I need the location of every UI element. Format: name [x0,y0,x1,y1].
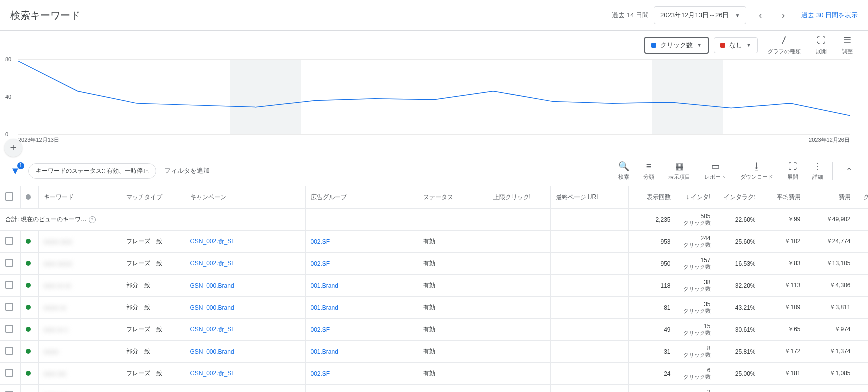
adgroup-link[interactable]: 002.SF [311,238,330,245]
select-all-checkbox[interactable] [5,192,13,201]
col-adgroup[interactable]: 広告グループ [305,186,418,209]
totals-avg: ￥99 [761,209,806,231]
columns-button[interactable]: ▦表示項目 [661,161,697,181]
row-keyword[interactable]: xxxx xx x [38,319,121,341]
campaign-link[interactable]: GSN_002.食_SF [190,370,235,377]
row-campaign[interactable]: GSN_000.Brand [185,341,305,363]
chart-adjust-button[interactable]: ☰ 調整 [837,35,858,55]
campaign-link[interactable]: GSN_000.Brand [190,282,234,289]
add-button[interactable]: + [4,139,22,157]
row-checkbox[interactable] [5,259,13,267]
row-checkbox-cell[interactable] [0,275,20,297]
col-interaction-rate[interactable]: インタラク: [716,186,761,209]
row-adgroup[interactable]: 002.SF [305,385,418,393]
row-checkbox-cell[interactable] [0,363,20,385]
prev-period-button[interactable]: ‹ [751,6,769,24]
row-campaign[interactable]: GSN_002.食_SF [185,231,305,253]
row-adgroup[interactable]: 001.Brand [305,297,418,319]
adgroup-link[interactable]: 002.SF [311,326,330,333]
row-adgroup[interactable]: 001.Brand [305,275,418,297]
col-checkbox[interactable] [0,186,20,209]
row-checkbox-cell[interactable] [0,341,20,363]
search-button[interactable]: 🔍検索 [611,161,636,181]
row-keyword[interactable]: xxxx xxxxx [38,253,121,275]
row-checkbox-cell[interactable] [0,231,20,253]
download-button[interactable]: ⭳ダウンロード [733,161,780,181]
col-maxcpc[interactable]: 上限クリック! [488,186,550,209]
row-keyword[interactable]: xxxxx xxxx [38,231,121,253]
row-campaign[interactable]: GSN_002.食_SF [185,385,305,393]
col-status[interactable]: ステータス [418,186,488,209]
row-keyword[interactable]: xxxx xxx [38,363,121,385]
campaign-link[interactable]: GSN_000.Brand [190,304,234,311]
row-adgroup[interactable]: 002.SF [305,363,418,385]
status-filter-chip[interactable]: キーワードのステータス:: 有効、一時停止 [28,163,156,179]
row-checkbox-cell[interactable] [0,297,20,319]
row-checkbox[interactable] [5,369,13,377]
col-finalurl[interactable]: 最終ページ URL [550,186,628,209]
adgroup-link[interactable]: 001.Brand [311,304,338,311]
keyword-text: xxxx xxxxx [44,260,72,267]
chart-type-button[interactable]: 〳 グラフの種類 [763,35,806,55]
row-keyword[interactable]: xxxx xx xx [38,275,121,297]
row-adgroup[interactable]: 002.SF [305,231,418,253]
row-maxcpc: – [488,275,550,297]
adgroup-link[interactable]: 002.SF [311,260,330,267]
row-adgroup[interactable]: 002.SF [305,319,418,341]
col-interactions[interactable]: インタ! [676,186,716,209]
row-keyword[interactable]: xxxxx xx [38,297,121,319]
report-button[interactable]: ▭レポート [697,161,733,181]
metric-1-select[interactable]: クリック数 ▼ [644,37,709,54]
col-campaign[interactable]: キャンペーン [185,186,305,209]
date-range-select[interactable]: 2023年12月13日～26日 ▼ [654,6,746,24]
compare-30-days-link[interactable]: 過去 30 日間を表示 [801,11,858,20]
col-status-dot[interactable] [20,186,38,209]
row-checkbox[interactable] [5,347,13,355]
row-keyword[interactable]: xxxxx [38,341,121,363]
filter-funnel-button[interactable]: ▼ 1 [10,165,20,177]
collapse-button[interactable]: ⌃ [840,162,858,180]
col-keyword[interactable]: キーワード [38,186,121,209]
row-cost: ￥3,811 [806,297,856,319]
row-adgroup[interactable]: 001.Brand [305,341,418,363]
help-icon[interactable]: ? [89,216,96,223]
row-checkbox-cell[interactable] [0,385,20,393]
row-checkbox[interactable] [5,325,13,333]
row-checkbox-cell[interactable] [0,253,20,275]
chart-expand-button[interactable]: ⛶ 展開 [811,35,832,55]
row-campaign[interactable]: GSN_000.Brand [185,297,305,319]
metric-2-select[interactable]: なし ▼ [714,37,758,53]
row-impr: 24 [628,363,676,385]
row-campaign[interactable]: GSN_002.食_SF [185,363,305,385]
row-checkbox[interactable] [5,303,13,311]
inter-u: クリック数 [683,330,711,336]
campaign-link[interactable]: GSN_000.Brand [190,348,234,355]
totals-inter: 505クリック数 [676,209,716,231]
col-clicks[interactable]: クリック数 [856,186,868,209]
report-label: レポート [704,173,726,181]
segment-button[interactable]: ≡分類 [636,161,661,181]
col-match[interactable]: マッチタイプ [121,186,185,209]
campaign-link[interactable]: GSN_002.食_SF [190,238,235,245]
row-campaign[interactable]: GSN_002.食_SF [185,253,305,275]
row-campaign[interactable]: GSN_002.食_SF [185,319,305,341]
table-expand-button[interactable]: ⛶展開 [780,161,805,181]
row-campaign[interactable]: GSN_000.Brand [185,275,305,297]
more-button[interactable]: ⋮詳細 [805,161,830,181]
row-checkbox[interactable] [5,237,13,245]
adgroup-link[interactable]: 001.Brand [311,348,338,355]
col-avg-cost[interactable]: 平均費用 [761,186,806,209]
campaign-link[interactable]: GSN_002.食_SF [190,326,235,333]
adgroup-link[interactable]: 001.Brand [311,282,338,289]
row-keyword[interactable]: xxxxx xx [38,385,121,393]
adgroup-link[interactable]: 002.SF [311,370,330,377]
campaign-link[interactable]: GSN_002.食_SF [190,260,235,267]
col-impr[interactable]: 表示回数 [628,186,676,209]
col-cost[interactable]: 費用 [806,186,856,209]
next-period-button[interactable]: › [774,6,792,24]
row-adgroup[interactable]: 002.SF [305,253,418,275]
row-checkbox[interactable] [5,281,13,289]
add-filter-button[interactable]: フィルタを追加 [164,166,210,175]
row-checkbox-cell[interactable] [0,319,20,341]
row-clicks: 6 [856,363,868,385]
